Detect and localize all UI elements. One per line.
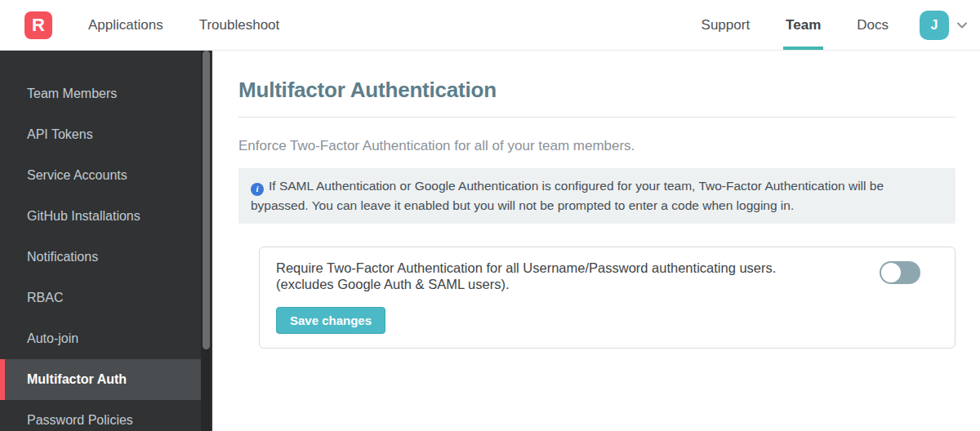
two-factor-toggle[interactable] [880,261,920,284]
chevron-down-icon[interactable] [956,19,969,32]
top-navbar: R Applications Troubleshoot Support Team… [0,0,980,51]
setting-label-line2: (excludes Google Auth & SAML users). [276,277,776,292]
nav-link-label: Applications [88,17,163,33]
sidebar-item-label: Auto-join [27,331,78,346]
rollbar-logo[interactable]: R [24,11,52,39]
sidebar-item[interactable]: API Tokens [0,114,212,155]
nav-link-label: Docs [857,17,889,33]
toggle-knob[interactable] [881,263,901,282]
sidebar-item-label: GitHub Installations [27,209,140,224]
sidebar-item[interactable]: Service Accounts [0,155,212,196]
sidebar-item[interactable]: Password Policies [0,400,212,431]
sidebar-scrollbar-track[interactable] [201,51,211,431]
nav-link-label: Support [702,17,751,33]
sidebar-item[interactable]: GitHub Installations [0,196,212,237]
user-menu[interactable]: J [920,0,969,50]
sidebar-item[interactable]: Multifactor Auth [0,359,201,400]
primary-nav: Applications Troubleshoot [70,0,297,50]
sidebar-item[interactable]: Team Members [0,73,212,114]
nav-link[interactable]: Team [768,0,839,50]
alert-text: If SAML Authentication or Google Authent… [251,179,884,212]
sidebar-item-label: Service Accounts [27,168,127,183]
sidebar-item[interactable]: RBAC [0,278,212,318]
nav-link-label: Troubleshoot [199,17,280,33]
sidebar-item-label: Multifactor Auth [27,372,127,387]
sidebar-item-label: Password Policies [27,413,133,428]
nav-link[interactable]: Docs [839,0,906,50]
save-changes-button[interactable]: Save changes [276,307,385,334]
settings-sidebar: Team Members API Tokens Service Accounts… [0,51,212,431]
setting-label-line1: Require Two-Factor Authentication for al… [276,260,776,276]
nav-link[interactable]: Support [684,0,768,50]
saml-info-alert: iIf SAML Authentication or Google Authen… [238,168,956,224]
nav-link-label: Team [786,17,821,33]
two-factor-setting-label: Require Two-Factor Authentication for al… [276,260,776,292]
info-icon: i [251,183,264,196]
sidebar-item-label: Team Members [27,87,117,101]
sidebar-item[interactable]: Auto-join [0,318,212,359]
nav-link[interactable]: Troubleshoot [181,0,298,50]
sidebar-scrollbar-thumb[interactable] [203,51,210,349]
two-factor-setting-card: Require Two-Factor Authentication for al… [259,247,956,349]
avatar[interactable]: J [920,11,949,40]
sidebar-item-label: API Tokens [27,127,93,142]
page-subtitle: Enforce Two-Factor Authentication for al… [238,138,956,154]
sidebar-item-label: RBAC [27,291,63,305]
sidebar-item-label: Notifications [27,250,98,264]
nav-link[interactable]: Applications [70,0,181,50]
sidebar-item[interactable]: Notifications [0,237,212,278]
page-title: Multifactor Authentication [238,78,956,103]
main-content: Multifactor Authentication Enforce Two-F… [212,51,980,431]
secondary-nav: Support Team Docs [684,0,906,50]
title-divider [238,117,956,118]
